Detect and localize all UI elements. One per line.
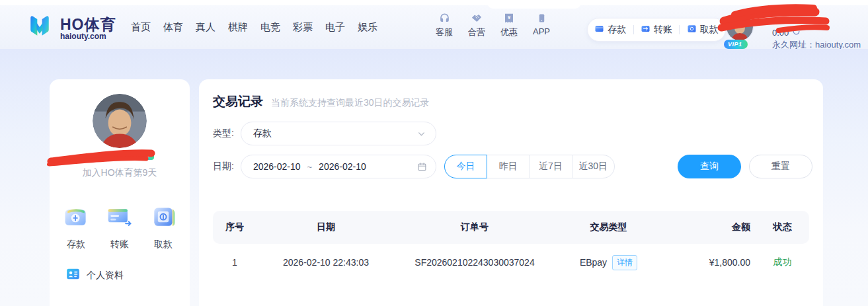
username-row: VIP1	[50, 148, 190, 165]
col-order-no: 订单号	[395, 211, 554, 244]
range-today-button[interactable]: 今日	[444, 155, 487, 178]
wallet-quick-bar: 存款 转账 取款	[587, 18, 726, 42]
partnership-label: 合营	[468, 26, 485, 38]
chevron-down-icon	[417, 130, 426, 138]
header-shortcuts: 客服 合营 ¥ 优惠	[433, 11, 553, 38]
nav-item-chess[interactable]: 棋牌	[228, 21, 248, 34]
transfer-card-icon	[105, 204, 134, 234]
date-range-input[interactable]: 2026-02-10 ~ 2026-02-10	[241, 155, 436, 178]
page-title: 交易记录	[213, 93, 263, 110]
divider	[679, 25, 680, 34]
nav-item-slots[interactable]: 电子	[325, 21, 345, 34]
date-separator: ~	[307, 162, 313, 172]
date-filter-label: 日期:	[213, 161, 234, 172]
type-filter-label: 类型:	[213, 128, 234, 139]
col-amount: 金额	[663, 211, 756, 244]
balance-value: 0.00	[772, 28, 789, 38]
nav-item-esports[interactable]: 电竞	[260, 21, 280, 34]
range-yesterday-button[interactable]: 昨日	[487, 155, 530, 178]
header-withdraw-label: 取款	[700, 24, 719, 36]
brand-title: HO体育	[60, 17, 116, 32]
partnership-button[interactable]: 合营	[465, 11, 488, 38]
sidebar-withdraw-label: 取款	[154, 239, 173, 250]
nav-item-live[interactable]: 真人	[196, 21, 216, 34]
balance-row: 0.00	[772, 27, 801, 38]
main-nav: 首页 体育 真人 棋牌 电竞 彩票 电子 娱乐	[131, 5, 377, 49]
brand-logo-icon	[25, 13, 54, 44]
header-transfer-label: 转账	[654, 24, 672, 36]
browser-tab-remnant	[487, 0, 581, 9]
handshake-icon	[470, 11, 483, 24]
sidebar-transfer-label: 转账	[110, 239, 129, 250]
cell-pay-type: EBpay 详情	[554, 244, 663, 281]
join-days-text: 加入HO体育第9天	[50, 167, 190, 179]
cell-index: 1	[213, 244, 256, 281]
nav-item-lottery[interactable]: 彩票	[293, 21, 313, 34]
promotions-label: 优惠	[500, 26, 518, 38]
type-select[interactable]: 存款	[241, 122, 436, 145]
date-from-value: 2026-02-10	[253, 161, 301, 172]
customer-service-label: 客服	[436, 26, 453, 38]
col-index: 序号	[213, 211, 256, 244]
cell-amount: ¥1,800.00	[663, 244, 756, 281]
profile-sidebar: VIP1 加入HO体育第9天	[50, 79, 190, 306]
header-transfer-button[interactable]: 转账	[641, 24, 672, 36]
col-date: 日期	[256, 211, 395, 244]
sidebar-deposit-button[interactable]: 存款	[56, 204, 96, 250]
cell-datetime: 2026-02-10 22:43:03	[256, 244, 395, 281]
app-download-label: APP	[533, 26, 550, 36]
reset-button[interactable]: 重置	[749, 155, 812, 178]
transactions-table: 序号 日期 订单号 交易类型 金额 状态 1 2026-02-10 22:43:…	[213, 211, 809, 281]
pay-type-value: EBpay	[580, 257, 607, 268]
sidebar-transfer-button[interactable]: 转账	[100, 204, 139, 250]
header-deposit-label: 存款	[608, 24, 626, 36]
range-7days-button[interactable]: 近7日	[530, 155, 572, 178]
sidebar-vip-badge: VIP1	[132, 151, 154, 160]
promotions-button[interactable]: ¥ 优惠	[498, 11, 520, 38]
detail-button[interactable]: 详情	[612, 255, 637, 270]
date-to-value: 2026-02-10	[319, 161, 366, 172]
divider	[633, 25, 634, 34]
col-type: 交易类型	[554, 211, 663, 244]
nav-item-entertainment[interactable]: 娱乐	[358, 21, 377, 34]
header-withdraw-button[interactable]: 取款	[687, 24, 719, 36]
phone-icon	[537, 11, 547, 24]
col-status: 状态	[756, 211, 809, 244]
withdraw-icon	[687, 24, 697, 36]
sidebar-profile-label: 个人资料	[87, 270, 124, 282]
sidebar-actions: 存款 转账	[56, 204, 183, 250]
sidebar-withdraw-button[interactable]: 取款	[143, 204, 183, 250]
headset-icon	[438, 11, 451, 24]
table-row: 1 2026-02-10 22:43:03 SF2026021022430300…	[213, 244, 809, 281]
brand-logo[interactable]: HO体育 haiouty.com	[25, 13, 116, 44]
table-header-row: 序号 日期 订单号 交易类型 金额 状态	[213, 211, 809, 244]
cell-order-no: SF202602102243030037024	[395, 244, 554, 281]
type-select-value: 存款	[253, 128, 417, 139]
id-card-icon	[66, 268, 80, 282]
account-area: VIP1 0.00 永久网址：haiouty.com	[726, 11, 865, 49]
cell-status: 成功	[756, 244, 809, 281]
vip-level-badge: VIP1	[724, 40, 748, 49]
header-deposit-button[interactable]: 存款	[594, 24, 626, 36]
refresh-balance-icon[interactable]	[792, 27, 801, 38]
deposit-icon	[594, 24, 604, 36]
page-subtitle: 当前系统支持查询最近30日的交易记录	[271, 97, 430, 109]
user-avatar-large[interactable]	[93, 94, 147, 148]
sidebar-item-profile[interactable]: 个人资料	[66, 268, 124, 282]
customer-service-button[interactable]: 客服	[433, 11, 455, 38]
sidebar-deposit-label: 存款	[67, 239, 85, 250]
query-button[interactable]: 查询	[678, 155, 741, 178]
deposit-wallet-icon	[61, 204, 91, 234]
transactions-panel: 交易记录 当前系统支持查询最近30日的交易记录 类型: 存款 日期: 2026-…	[199, 79, 823, 306]
nav-item-sports[interactable]: 体育	[163, 21, 183, 34]
calendar-icon[interactable]	[417, 162, 427, 172]
range-30days-button[interactable]: 近30日	[572, 155, 614, 178]
top-header: HO体育 haiouty.com 首页 体育 真人 棋牌 电竞 彩票 电子 娱乐…	[0, 5, 868, 49]
transfer-icon	[641, 24, 651, 36]
user-avatar-small[interactable]	[726, 13, 754, 41]
brand-domain: haiouty.com	[60, 32, 116, 41]
nav-item-home[interactable]: 首页	[131, 21, 151, 34]
app-download-button[interactable]: APP	[530, 11, 553, 38]
coupon-yuan-icon: ¥	[503, 11, 515, 24]
withdraw-safe-icon	[149, 204, 178, 234]
